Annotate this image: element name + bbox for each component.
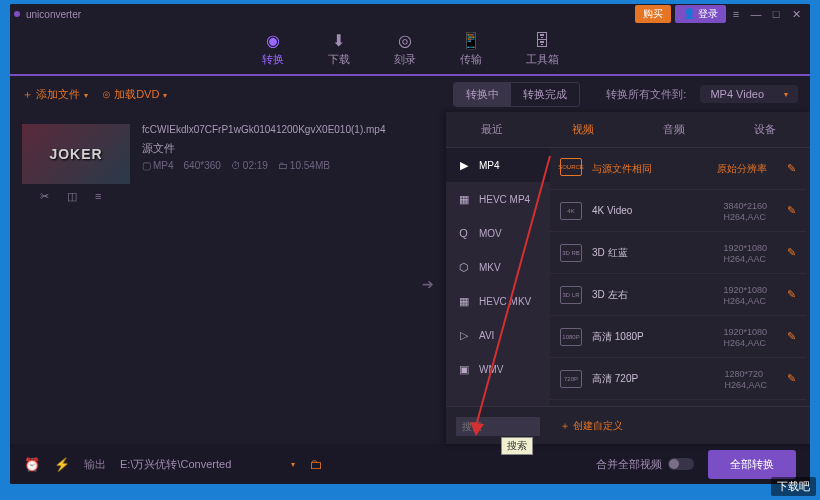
preset-3d-rb[interactable]: 3D RB3D 红蓝1920*1080H264,AAC✎ bbox=[550, 232, 806, 274]
file-resolution: 640*360 bbox=[184, 160, 221, 171]
edit-icon[interactable]: ✎ bbox=[787, 162, 796, 175]
preset-same-as-source[interactable]: SOURCE与源文件相同原始分辨率✎ bbox=[550, 148, 806, 190]
file-duration: ⏱ 02:19 bbox=[231, 160, 268, 171]
edit-icon[interactable]: ✎ bbox=[787, 246, 796, 259]
titlebar: uniconverter 购买 👤 登录 ≡ — □ ✕ bbox=[10, 4, 810, 24]
file-format: ▢ MP4 bbox=[142, 160, 174, 171]
edit-icon[interactable]: ✎ bbox=[787, 330, 796, 343]
merge-label: 合并全部视频 bbox=[596, 457, 662, 472]
source-label: 源文件 bbox=[142, 141, 428, 156]
disc-icon: ◎ bbox=[398, 31, 412, 50]
schedule-icon[interactable]: ⏰ bbox=[24, 457, 40, 472]
menu-button[interactable]: ≡ bbox=[726, 8, 746, 20]
folder-icon[interactable]: 🗀 bbox=[309, 457, 322, 472]
file-thumbnail: JOKER bbox=[22, 124, 130, 184]
rtab-device[interactable]: 设备 bbox=[742, 122, 788, 137]
gpu-icon[interactable]: ⚡ bbox=[54, 457, 70, 472]
output-path[interactable]: E:\万兴优转\Converted▾ bbox=[120, 457, 295, 472]
add-file-button[interactable]: ＋ 添加文件▾ bbox=[22, 87, 88, 102]
fmt-wmv[interactable]: ▣WMV bbox=[446, 352, 550, 386]
search-tooltip: 搜索 bbox=[501, 437, 533, 455]
rtab-video[interactable]: 视频 bbox=[560, 122, 606, 137]
crop-icon[interactable]: ◫ bbox=[67, 190, 77, 203]
fmt-mp4[interactable]: ▶MP4 bbox=[446, 148, 550, 182]
quicktime-icon: Q bbox=[456, 226, 471, 241]
close-button[interactable]: ✕ bbox=[786, 8, 806, 21]
app-title: uniconverter bbox=[26, 9, 81, 20]
convert-all-button[interactable]: 全部转换 bbox=[708, 450, 796, 479]
hevc-icon: ▦ bbox=[456, 192, 471, 207]
app-window: uniconverter 购买 👤 登录 ≡ — □ ✕ ◉转换 ⬇下载 ◎刻录… bbox=[10, 4, 810, 484]
wmv-icon: ▣ bbox=[456, 362, 471, 377]
effects-icon[interactable]: ≡ bbox=[95, 190, 101, 203]
preset-1080p[interactable]: 1080P高清 1080P1920*1080H264,AAC✎ bbox=[550, 316, 806, 358]
create-custom-button[interactable]: ＋ 创建自定义 bbox=[550, 419, 810, 433]
nav-burn[interactable]: ◎刻录 bbox=[394, 31, 416, 67]
preset-list: SOURCE与源文件相同原始分辨率✎ 4K4K Video3840*2160H2… bbox=[550, 148, 810, 406]
preset-720p[interactable]: 720P高清 720P1280*720H264,AAC✎ bbox=[550, 358, 806, 400]
file-size: 🗀 10.54MB bbox=[278, 160, 330, 171]
file-name: fcCWIEkdlx07CFrP1wGk01041200KgvX0E010(1)… bbox=[142, 124, 428, 135]
load-dvd-button[interactable]: ⊙ 加载DVD▾ bbox=[102, 87, 167, 102]
nav-transfer[interactable]: 📱传输 bbox=[460, 31, 482, 67]
format-list: ▶MP4 ▦HEVC MP4 QMOV ⬡MKV ▦HEVC MKV ▷AVI … bbox=[446, 148, 550, 406]
edit-icon[interactable]: ✎ bbox=[787, 372, 796, 385]
fmt-hevc-mkv[interactable]: ▦HEVC MKV bbox=[446, 284, 550, 318]
main-nav: ◉转换 ⬇下载 ◎刻录 📱传输 🗄工具箱 bbox=[10, 24, 810, 76]
download-icon: ⬇ bbox=[332, 31, 345, 50]
preset-3d-lr[interactable]: 3D LR3D 左右1920*1080H264,AAC✎ bbox=[550, 274, 806, 316]
edit-icon[interactable]: ✎ bbox=[787, 288, 796, 301]
video-icon: ▶ bbox=[456, 158, 471, 173]
buy-button[interactable]: 购买 bbox=[635, 5, 671, 23]
trim-icon[interactable]: ✂ bbox=[40, 190, 49, 203]
nav-convert[interactable]: ◉转换 bbox=[262, 31, 284, 67]
format-panel: 最近 视频 音频 设备 ▶MP4 ▦HEVC MP4 QMOV ⬡MKV ▦HE… bbox=[446, 112, 810, 444]
watermark: 下载吧 bbox=[771, 477, 816, 496]
fmt-avi[interactable]: ▷AVI bbox=[446, 318, 550, 352]
minimize-button[interactable]: — bbox=[746, 8, 766, 20]
arrow-icon: ➔ bbox=[422, 276, 434, 292]
hevc-icon: ▦ bbox=[456, 294, 471, 309]
avi-icon: ▷ bbox=[456, 328, 471, 343]
toolbar: ＋ 添加文件▾ ⊙ 加载DVD▾ 转换中 转换完成 转换所有文件到: MP4 V… bbox=[10, 76, 810, 112]
preset-4k[interactable]: 4K4K Video3840*2160H264,AAC✎ bbox=[550, 190, 806, 232]
file-list: JOKER ✂ ◫ ≡ fcCWIEkdlx07CFrP1wGk01041200… bbox=[10, 112, 440, 444]
tab-converting[interactable]: 转换中 bbox=[454, 83, 511, 106]
merge-toggle[interactable] bbox=[668, 458, 694, 470]
output-format-combo[interactable]: MP4 Video▾ bbox=[700, 85, 798, 103]
output-label: 输出 bbox=[84, 457, 106, 472]
convert-tabs: 转换中 转换完成 bbox=[453, 82, 580, 107]
fmt-mov[interactable]: QMOV bbox=[446, 216, 550, 250]
rtab-recent[interactable]: 最近 bbox=[469, 122, 515, 137]
app-logo-icon bbox=[14, 11, 20, 17]
login-button[interactable]: 👤 登录 bbox=[675, 5, 726, 23]
rtab-audio[interactable]: 音频 bbox=[651, 122, 697, 137]
search-input[interactable] bbox=[456, 417, 540, 436]
tab-completed[interactable]: 转换完成 bbox=[511, 83, 579, 106]
play-icon: ◉ bbox=[266, 31, 280, 50]
nav-toolbox[interactable]: 🗄工具箱 bbox=[526, 32, 559, 67]
file-card[interactable]: JOKER ✂ ◫ ≡ fcCWIEkdlx07CFrP1wGk01041200… bbox=[22, 124, 428, 203]
edit-icon[interactable]: ✎ bbox=[787, 204, 796, 217]
fmt-hevc-mp4[interactable]: ▦HEVC MP4 bbox=[446, 182, 550, 216]
phone-icon: 📱 bbox=[461, 31, 481, 50]
fmt-mkv[interactable]: ⬡MKV bbox=[446, 250, 550, 284]
convert-to-label: 转换所有文件到: bbox=[606, 87, 686, 102]
mkv-icon: ⬡ bbox=[456, 260, 471, 275]
toolbox-icon: 🗄 bbox=[534, 32, 550, 50]
maximize-button[interactable]: □ bbox=[766, 8, 786, 20]
footer: ⏰ ⚡ 输出 E:\万兴优转\Converted▾ 🗀 合并全部视频 全部转换 bbox=[10, 444, 810, 484]
nav-download[interactable]: ⬇下载 bbox=[328, 31, 350, 67]
